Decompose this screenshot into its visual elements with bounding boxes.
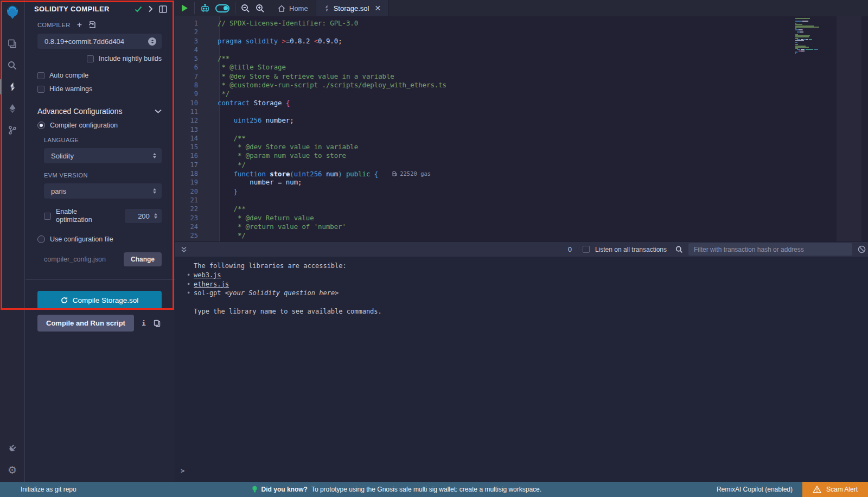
terminal[interactable]: The following libraries are accessible: … <box>175 257 868 482</box>
code-line-20[interactable]: 20 } <box>175 187 868 196</box>
code-line-25[interactable]: 25 */ <box>175 231 868 240</box>
code-line-23[interactable]: 23 * @dev Return value <box>175 214 868 222</box>
ai-robot-icon[interactable] <box>200 4 210 13</box>
language-value: Solidity <box>51 152 153 160</box>
code-line-15[interactable]: 15 * @dev Store value in variable <box>175 143 868 151</box>
line-number: 10 <box>175 99 209 107</box>
code-line-14[interactable]: 14 /** <box>175 134 868 143</box>
deploy-run-icon[interactable] <box>0 98 25 119</box>
code-line-19[interactable]: 19 number = num; <box>175 178 868 187</box>
git-init-status[interactable]: Initialize as git repo <box>21 486 76 493</box>
language-stepper-icon <box>153 153 156 158</box>
nightly-builds-checkbox[interactable] <box>87 55 94 62</box>
line-content: /** <box>209 54 229 63</box>
code-line-22[interactable]: 22 /** <box>175 205 868 213</box>
compiler-label-row: COMPILER + <box>37 21 162 29</box>
minimap[interactable] <box>795 18 861 54</box>
zoom-out-icon[interactable] <box>241 4 250 13</box>
listen-transactions-checkbox[interactable] <box>583 246 590 253</box>
compile-and-run-button[interactable]: Compile and Run script <box>37 315 134 332</box>
search-icon[interactable] <box>0 54 25 76</box>
remix-logo-icon[interactable] <box>0 0 25 25</box>
tab-home[interactable]: Home <box>270 0 316 16</box>
evm-version-select[interactable]: paris <box>44 183 162 199</box>
code-line-7[interactable]: 7 * @dev Store & retrieve value in a var… <box>175 72 868 81</box>
gas-estimate-badge: 2415 gas <box>449 240 484 241</box>
warning-icon <box>813 486 821 493</box>
transaction-filter-input[interactable] <box>688 243 852 256</box>
change-config-button[interactable]: Change <box>124 252 162 266</box>
compiler-version-select[interactable]: 0.8.19+commit.7dd6d404 <box>37 34 162 49</box>
library-link-ethersjs[interactable]: ethers.js <box>194 281 229 288</box>
optimization-runs-input[interactable]: 200 <box>125 209 162 223</box>
code-line-12[interactable]: 12 uint256 number; <box>175 116 868 125</box>
terminal-hint: Type the library name to see available c… <box>194 307 868 316</box>
line-number: 5 <box>175 54 209 63</box>
code-line-17[interactable]: 17 */ <box>175 161 868 169</box>
tab-storage-sol[interactable]: Storage.sol ✕ <box>316 0 390 16</box>
line-content: number = num; <box>209 178 302 187</box>
copy-icon[interactable] <box>154 320 161 327</box>
code-line-2[interactable]: 2 <box>175 28 868 36</box>
advanced-configurations-toggle[interactable]: Advanced Configurations <box>37 107 162 116</box>
chevron-right-icon[interactable] <box>148 5 153 12</box>
clear-console-icon[interactable] <box>858 245 866 253</box>
line-number: 14 <box>175 134 209 143</box>
code-line-24[interactable]: 24 * @return value of 'number' <box>175 222 868 231</box>
code-line-3[interactable]: 3pragma solidity >=0.8.2 <0.9.0; <box>175 37 868 46</box>
library-link-web3js[interactable]: web3.js <box>194 271 221 279</box>
code-line-13[interactable]: 13 <box>175 125 868 134</box>
copilot-status[interactable]: RemixAI Copilot (enabled) <box>717 486 793 493</box>
panel-header: SOLIDITY COMPILER <box>25 0 175 14</box>
code-line-18[interactable]: 18 function store(uint256 num) public {2… <box>175 169 868 178</box>
zoom-in-icon[interactable] <box>256 4 265 13</box>
line-number: 25 <box>175 231 209 240</box>
info-icon[interactable]: i <box>142 319 146 327</box>
code-line-6[interactable]: 6 * @title Storage <box>175 63 868 72</box>
copilot-toggle[interactable] <box>215 4 229 12</box>
git-icon[interactable] <box>0 119 25 141</box>
collapse-terminal-icon[interactable] <box>181 246 187 253</box>
plugin-manager-icon[interactable] <box>0 436 25 458</box>
code-line-11[interactable]: 11 <box>175 107 868 116</box>
code-line-4[interactable]: 4 <box>175 46 868 54</box>
code-editor[interactable]: 1// SPDX-License-Identifier: GPL-3.023pr… <box>175 16 868 241</box>
gas-estimate-badge: 22520 gas <box>392 169 431 178</box>
code-line-10[interactable]: 10contract Storage { <box>175 99 868 107</box>
did-you-know-tip: Did you know? To prototype using the Gno… <box>252 486 542 494</box>
reload-compiler-icon[interactable] <box>88 21 96 29</box>
code-line-1[interactable]: 1// SPDX-License-Identifier: GPL-3.0 <box>175 19 868 28</box>
split-panel-icon[interactable] <box>159 5 167 13</box>
line-content: /** <box>209 205 246 213</box>
run-script-play-icon[interactable] <box>181 4 189 12</box>
settings-icon[interactable]: ⚙ <box>0 458 25 482</box>
terminal-prompt[interactable]: > <box>181 467 184 475</box>
use-configuration-file-radio[interactable] <box>37 235 45 243</box>
line-number: 12 <box>175 116 209 125</box>
terminal-search-icon <box>675 246 683 253</box>
enable-optimization-checkbox[interactable] <box>44 213 51 220</box>
line-number: 18 <box>175 169 209 178</box>
auto-compile-checkbox[interactable] <box>37 72 44 79</box>
solgpt-label: sol-gpt <box>194 289 221 297</box>
code-line-16[interactable]: 16 * @param num value to store <box>175 151 868 160</box>
line-number: 2 <box>175 28 209 36</box>
nightly-builds-label: Include nightly builds <box>99 55 162 62</box>
compiler-configuration-radio[interactable] <box>37 122 45 129</box>
solidity-compiler-icon[interactable] <box>0 76 25 98</box>
file-explorer-icon[interactable] <box>0 33 25 54</box>
code-line-21[interactable]: 21 <box>175 196 868 205</box>
lightbulb-icon <box>252 486 258 494</box>
language-label: LANGUAGE <box>44 137 162 143</box>
add-compiler-icon[interactable]: + <box>77 22 82 28</box>
code-line-5[interactable]: 5/** <box>175 54 868 63</box>
scam-alert-badge[interactable]: Scam Alert <box>802 482 868 497</box>
code-line-26[interactable]: 26 function retrieve() public view retur… <box>175 240 868 241</box>
close-tab-icon[interactable]: ✕ <box>374 4 381 12</box>
code-line-8[interactable]: 8 * @custom:dev-run-script ./scripts/dep… <box>175 81 868 90</box>
hide-warnings-checkbox[interactable] <box>37 86 44 93</box>
compile-button[interactable]: Compile Storage.sol <box>37 291 162 309</box>
code-line-9[interactable]: 9 */ <box>175 90 868 98</box>
language-select[interactable]: Solidity <box>44 148 162 163</box>
enable-optimization-label: Enable optimization <box>56 208 114 224</box>
